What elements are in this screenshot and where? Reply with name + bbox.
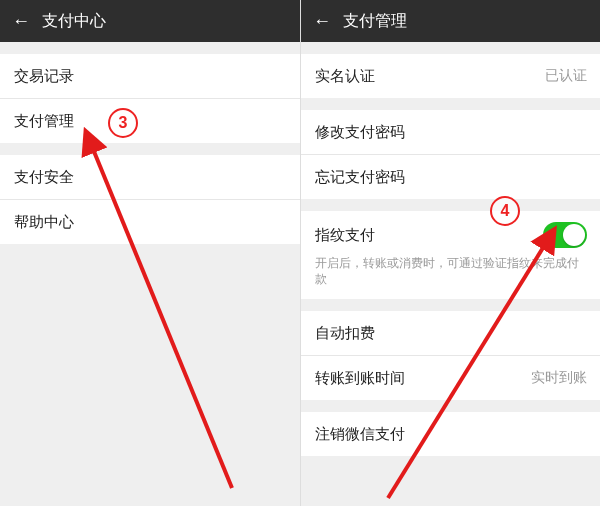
menu-group-2: 支付安全 帮助中心 [0, 155, 300, 244]
settings-fingerprint-block: 指纹支付 开启后，转账或消费时，可通过验证指纹来完成付款 [301, 211, 600, 299]
arrow-left-icon: ← [12, 11, 30, 32]
row-arrival-time[interactable]: 转账到账时间 实时到账 [301, 355, 600, 400]
settings-group-deregister: 注销微信支付 [301, 412, 600, 456]
menu-item-payment-management[interactable]: 支付管理 [0, 98, 300, 143]
back-button[interactable]: ← [301, 0, 343, 42]
toggle-knob-icon [563, 224, 585, 246]
fingerprint-description: 开启后，转账或消费时，可通过验证指纹来完成付款 [315, 255, 587, 287]
row-label: 实名认证 [315, 67, 545, 86]
row-label: 注销微信支付 [315, 425, 587, 444]
menu-label: 交易记录 [14, 67, 286, 86]
menu-label: 支付安全 [14, 168, 286, 187]
header-bar: ← 支付中心 [0, 0, 300, 42]
page-title: 支付中心 [42, 11, 106, 32]
fingerprint-toggle[interactable] [543, 222, 587, 248]
back-button[interactable]: ← [0, 0, 42, 42]
menu-item-transactions[interactable]: 交易记录 [0, 54, 300, 98]
step-badge-3: 3 [108, 108, 138, 138]
section-divider [301, 400, 600, 412]
row-forgot-password[interactable]: 忘记支付密码 [301, 154, 600, 199]
section-divider [301, 42, 600, 54]
header-bar: ← 支付管理 [301, 0, 600, 42]
row-realname-auth[interactable]: 实名认证 已认证 [301, 54, 600, 98]
section-divider [0, 143, 300, 155]
row-label: 忘记支付密码 [315, 168, 587, 187]
row-label: 修改支付密码 [315, 123, 587, 142]
section-divider [301, 299, 600, 311]
arrow-left-icon: ← [313, 11, 331, 32]
menu-group-1: 交易记录 支付管理 [0, 54, 300, 143]
row-autopay[interactable]: 自动扣费 [301, 311, 600, 355]
row-deregister-wechat-pay[interactable]: 注销微信支付 [301, 412, 600, 456]
settings-group-identity: 实名认证 已认证 [301, 54, 600, 98]
menu-label: 帮助中心 [14, 213, 286, 232]
row-label: 自动扣费 [315, 324, 587, 343]
page-title: 支付管理 [343, 11, 407, 32]
section-divider [301, 199, 600, 211]
menu-label: 支付管理 [14, 112, 286, 131]
section-divider [301, 98, 600, 110]
row-label: 指纹支付 [315, 226, 543, 245]
step-badge-4: 4 [490, 196, 520, 226]
row-value: 已认证 [545, 67, 587, 85]
payment-center-pane: ← 支付中心 交易记录 支付管理 支付安全 帮助中心 [0, 0, 300, 506]
settings-group-autopay: 自动扣费 转账到账时间 实时到账 [301, 311, 600, 400]
row-change-password[interactable]: 修改支付密码 [301, 110, 600, 154]
tutorial-dual-screenshot: ← 支付中心 交易记录 支付管理 支付安全 帮助中心 ← [0, 0, 600, 506]
row-value: 实时到账 [531, 369, 587, 387]
menu-item-payment-security[interactable]: 支付安全 [0, 155, 300, 199]
row-label: 转账到账时间 [315, 369, 531, 388]
menu-item-help-center[interactable]: 帮助中心 [0, 199, 300, 244]
section-divider [0, 42, 300, 54]
payment-management-pane: ← 支付管理 实名认证 已认证 修改支付密码 忘记支付密码 指纹支付 [300, 0, 600, 506]
settings-group-password: 修改支付密码 忘记支付密码 [301, 110, 600, 199]
